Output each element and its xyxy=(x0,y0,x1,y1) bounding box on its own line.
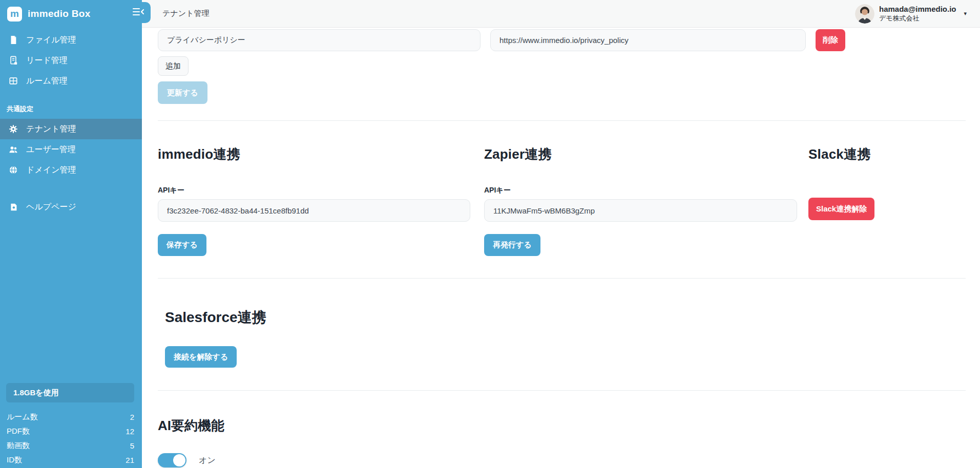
topbar: テナント管理 hamada@immedi xyxy=(142,0,980,28)
slack-disconnect-button[interactable]: Slack連携解除 xyxy=(808,198,874,220)
ai-summary-toggle-row: オン xyxy=(158,453,966,467)
stat-value: 21 xyxy=(126,456,134,464)
api-key-label: APIキー xyxy=(484,186,808,195)
sidebar-item-users[interactable]: ユーザー管理 xyxy=(0,139,142,160)
privacy-policy-url-input[interactable] xyxy=(490,29,806,51)
privacy-policy-row: 削除 xyxy=(158,29,966,51)
stat-label: PDF数 xyxy=(7,427,30,436)
sidebar-nav: ファイル管理 リード管理 xyxy=(0,28,142,217)
zapier-integration-section: Zapier連携 APIキー 再発行する xyxy=(484,145,808,256)
sidebar-stats: ルーム数 2 PDF数 12 動画数 5 ID数 21 xyxy=(0,410,142,468)
help-icon xyxy=(8,202,18,212)
add-button[interactable]: 追加 xyxy=(158,56,189,76)
api-key-label: APIキー xyxy=(158,186,484,195)
sidebar-item-label: テナント管理 xyxy=(26,124,76,135)
immedio-api-key-input[interactable] xyxy=(158,199,470,222)
sidebar: m immedio Box xyxy=(0,0,142,468)
sidebar-item-domains[interactable]: ドメイン管理 xyxy=(0,160,142,180)
sidebar-item-help[interactable]: ヘルプページ xyxy=(0,197,142,217)
stat-label: ルーム数 xyxy=(7,412,38,422)
globe-icon xyxy=(8,165,18,175)
file-icon xyxy=(8,35,18,45)
sidebar-item-label: ヘルプページ xyxy=(26,202,76,212)
chevron-down-icon: ▾ xyxy=(964,10,967,17)
stat-row-rooms: ルーム数 2 xyxy=(7,410,134,424)
user-email: hamada@immedio.io xyxy=(879,5,956,14)
sidebar-item-tenant[interactable]: テナント管理 xyxy=(0,119,142,139)
stat-value: 12 xyxy=(126,427,134,436)
rooms-icon xyxy=(8,76,18,86)
stat-row-videos: 動画数 5 xyxy=(7,438,134,453)
stat-row-ids: ID数 21 xyxy=(7,453,134,467)
sidebar-header: m immedio Box xyxy=(0,0,142,28)
tenant-settings-content: 削除 追加 更新する immedio連携 APIキー 保存する Zapier連携 xyxy=(142,28,980,468)
avatar xyxy=(855,4,874,24)
sidebar-collapse-button[interactable] xyxy=(126,2,151,23)
salesforce-disconnect-button[interactable]: 接続を解除する xyxy=(165,346,237,368)
user-texts: hamada@immedio.io デモ株式会社 xyxy=(879,5,956,23)
privacy-policy-name-input[interactable] xyxy=(158,29,481,51)
storage-usage-badge: 1.8GBを使用 xyxy=(6,383,134,402)
brand-logo: m xyxy=(7,7,22,22)
salesforce-section-title: Salesforce連携 xyxy=(165,308,966,327)
collapse-menu-icon xyxy=(132,7,144,18)
ai-summary-section: AI要約機能 オン xyxy=(158,390,966,467)
stat-label: 動画数 xyxy=(7,441,30,451)
main-area: テナント管理 hamada@immedi xyxy=(142,0,980,468)
sidebar-item-label: ルーム管理 xyxy=(26,76,68,87)
user-menu[interactable]: hamada@immedio.io デモ株式会社 ▾ xyxy=(855,4,967,24)
sidebar-item-label: ファイル管理 xyxy=(26,35,76,46)
gear-icon xyxy=(8,124,18,134)
sidebar-section-common-settings: 共通設定 xyxy=(0,104,142,114)
sidebar-item-files[interactable]: ファイル管理 xyxy=(0,30,142,50)
ai-summary-state-label: オン xyxy=(199,455,216,466)
slack-section-title: Slack連携 xyxy=(808,145,966,163)
app-root: m immedio Box xyxy=(0,0,980,468)
user-company: デモ株式会社 xyxy=(879,14,956,23)
stat-value: 2 xyxy=(130,413,134,421)
sidebar-item-rooms[interactable]: ルーム管理 xyxy=(0,71,142,91)
sidebar-item-leads[interactable]: リード管理 xyxy=(0,50,142,71)
salesforce-integration-section: Salesforce連携 接続を解除する xyxy=(158,278,966,390)
sidebar-spacer xyxy=(0,180,142,197)
stat-label: ID数 xyxy=(7,455,22,465)
brand-name: immedio Box xyxy=(28,8,91,19)
immedio-section-title: immedio連携 xyxy=(158,145,484,163)
leads-icon xyxy=(8,55,18,66)
ai-summary-toggle[interactable] xyxy=(158,453,186,467)
stat-row-pdf: PDF数 12 xyxy=(7,424,134,438)
page-title: テナント管理 xyxy=(162,9,209,18)
update-button[interactable]: 更新する xyxy=(158,81,207,104)
sidebar-item-label: リード管理 xyxy=(26,55,68,66)
reissue-button[interactable]: 再発行する xyxy=(484,234,540,256)
zapier-api-key-input[interactable] xyxy=(484,199,797,222)
users-icon xyxy=(8,144,18,155)
toggle-knob xyxy=(173,454,185,466)
sidebar-item-label: ユーザー管理 xyxy=(26,144,76,155)
ai-summary-title: AI要約機能 xyxy=(158,417,966,435)
integrations-row: immedio連携 APIキー 保存する Zapier連携 APIキー 再発行す… xyxy=(158,121,966,278)
stat-value: 5 xyxy=(130,441,134,450)
sidebar-item-label: ドメイン管理 xyxy=(26,165,76,176)
slack-integration-section: Slack連携 Slack連携解除 xyxy=(808,145,966,256)
immedio-integration-section: immedio連携 APIキー 保存する xyxy=(158,145,484,256)
zapier-section-title: Zapier連携 xyxy=(484,145,808,163)
delete-button[interactable]: 削除 xyxy=(816,29,845,51)
save-button[interactable]: 保存する xyxy=(158,234,206,256)
